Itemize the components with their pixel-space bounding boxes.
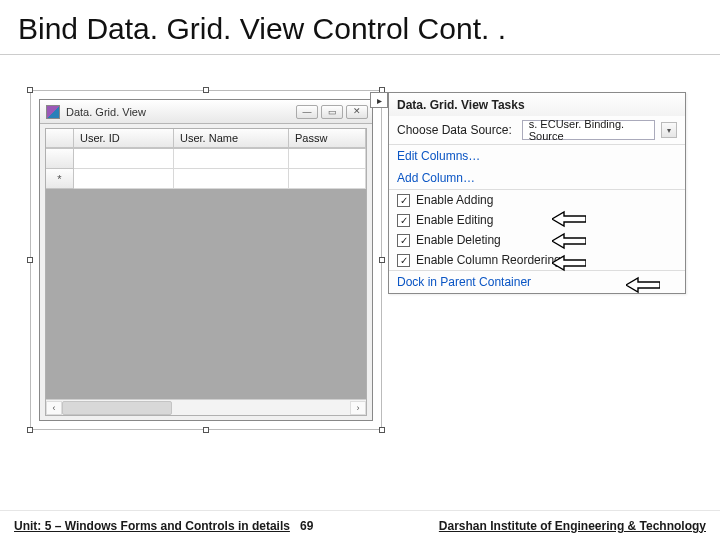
maximize-button[interactable]: ▭	[321, 105, 343, 119]
titlebar[interactable]: Data. Grid. View — ▭ ✕	[40, 100, 372, 124]
cell[interactable]	[289, 149, 366, 169]
form-window: Data. Grid. View — ▭ ✕ User. ID User. Na…	[39, 99, 373, 421]
scroll-left-button[interactable]: ‹	[46, 401, 62, 415]
data-source-value: s. ECUser. Binding. Source	[529, 118, 652, 142]
resize-handle[interactable]	[27, 257, 33, 263]
edit-columns-link[interactable]: Edit Columns…	[397, 149, 480, 163]
minimize-button[interactable]: —	[296, 105, 318, 119]
checkbox-enable-adding[interactable]: ✓	[397, 194, 410, 207]
scroll-track[interactable]	[62, 401, 350, 415]
column-header[interactable]: Passw	[289, 129, 366, 148]
horizontal-scrollbar[interactable]: ‹ ›	[46, 399, 366, 415]
new-row[interactable]: *	[46, 169, 366, 189]
chevron-down-icon[interactable]: ▾	[661, 122, 677, 138]
new-row-glyph: *	[46, 169, 74, 189]
resize-handle[interactable]	[203, 87, 209, 93]
checkbox-label: Enable Deleting	[416, 233, 501, 247]
resize-handle[interactable]	[203, 427, 209, 433]
smart-tag-glyph[interactable]: ▸	[370, 92, 388, 108]
designer-selection[interactable]: Data. Grid. View — ▭ ✕ User. ID User. Na…	[30, 90, 382, 430]
data-source-label: Choose Data Source:	[397, 123, 512, 137]
row-header-corner[interactable]	[46, 129, 74, 148]
slide-footer: Unit: 5 – Windows Forms and Controls in …	[0, 510, 720, 540]
close-button[interactable]: ✕	[346, 105, 368, 119]
tasks-panel: Data. Grid. View Tasks Choose Data Sourc…	[388, 92, 686, 294]
data-source-combo[interactable]: s. ECUser. Binding. Source	[522, 120, 655, 140]
footer-page-number: 69	[300, 519, 313, 533]
choose-data-source-row: Choose Data Source: s. ECUser. Binding. …	[389, 116, 685, 144]
arrow-left-icon	[552, 210, 586, 228]
tasks-title: Data. Grid. View Tasks	[389, 93, 685, 116]
arrow-left-icon	[552, 254, 586, 272]
scroll-thumb[interactable]	[62, 401, 172, 415]
scroll-right-button[interactable]: ›	[350, 401, 366, 415]
cell[interactable]	[74, 169, 174, 189]
table-row[interactable]	[46, 149, 366, 169]
slide-title: Bind Data. Grid. View Control Cont. .	[0, 0, 720, 55]
arrow-left-icon	[626, 276, 660, 294]
resize-handle[interactable]	[379, 257, 385, 263]
footer-institute: Darshan Institute of Engineering & Techn…	[439, 519, 706, 533]
row-header[interactable]	[46, 149, 74, 169]
column-header[interactable]: User. Name	[174, 129, 289, 148]
datagridview[interactable]: User. ID User. Name Passw * ‹	[45, 128, 367, 416]
cell[interactable]	[74, 149, 174, 169]
checkbox-enable-editing[interactable]: ✓	[397, 214, 410, 227]
checkbox-label: Enable Adding	[416, 193, 493, 207]
arrow-left-icon	[552, 232, 586, 250]
footer-unit: Unit: 5 – Windows Forms and Controls in …	[14, 519, 290, 533]
resize-handle[interactable]	[27, 427, 33, 433]
grid-empty-area	[46, 189, 366, 399]
dock-link[interactable]: Dock in Parent Container	[397, 275, 531, 289]
app-icon	[46, 105, 60, 119]
checkbox-enable-col-reorder[interactable]: ✓	[397, 254, 410, 267]
checkbox-label: Enable Column Reordering	[416, 253, 561, 267]
cell[interactable]	[174, 149, 289, 169]
checkbox-label: Enable Editing	[416, 213, 493, 227]
resize-handle[interactable]	[379, 427, 385, 433]
checkbox-enable-deleting[interactable]: ✓	[397, 234, 410, 247]
resize-handle[interactable]	[27, 87, 33, 93]
window-title: Data. Grid. View	[66, 106, 146, 118]
add-column-link[interactable]: Add Column…	[397, 171, 475, 185]
column-header[interactable]: User. ID	[74, 129, 174, 148]
cell[interactable]	[289, 169, 366, 189]
column-header-row: User. ID User. Name Passw	[46, 129, 366, 149]
cell[interactable]	[174, 169, 289, 189]
